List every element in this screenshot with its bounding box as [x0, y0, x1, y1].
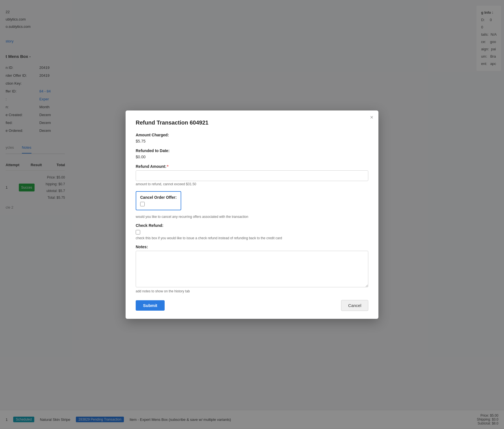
- cancel-offer-hint: would you like to cancel any recurring o…: [136, 215, 368, 219]
- check-refund-label: Check Refund:: [136, 223, 368, 228]
- refunded-to-date-label: Refunded to Date:: [136, 148, 368, 153]
- amount-charged-value: $5.75: [136, 139, 368, 143]
- cancel-button[interactable]: Cancel: [341, 300, 368, 311]
- check-refund-hint: check this box if you would like to issu…: [136, 236, 368, 240]
- notes-group: Notes: add notes to show on the history …: [136, 245, 368, 293]
- modal-container: × Refund Transaction 604921 Amount Charg…: [126, 110, 378, 319]
- cancel-order-offer-label: Cancel Order Offer:: [140, 195, 177, 200]
- refund-amount-input[interactable]: [136, 170, 368, 181]
- refund-amount-label: Refund Amount:*: [136, 164, 368, 169]
- required-star: *: [167, 164, 168, 169]
- notes-textarea[interactable]: [136, 251, 368, 287]
- cancel-offer-checkbox[interactable]: [140, 202, 145, 206]
- amount-charged-group: Amount Charged: $5.75: [136, 133, 368, 143]
- check-refund-checkbox-wrap: [136, 230, 368, 234]
- check-refund-group: Check Refund:: [136, 223, 368, 234]
- refund-amount-hint: amount to refund, cannot exceed $31.50: [136, 182, 368, 186]
- refunded-to-date-value: $0.00: [136, 155, 368, 159]
- modal-footer: Submit Cancel: [136, 300, 368, 311]
- submit-button[interactable]: Submit: [136, 300, 165, 311]
- modal-body: Refund Transaction 604921 Amount Charged…: [126, 110, 378, 319]
- check-refund-checkbox[interactable]: [136, 230, 140, 234]
- notes-hint: add notes to show on the history tab: [136, 289, 368, 293]
- refund-amount-group: Refund Amount:* amount to refund, cannot…: [136, 164, 368, 186]
- cancel-offer-checkbox-wrap: [140, 202, 177, 206]
- cancel-order-offer-box: Cancel Order Offer:: [136, 191, 181, 210]
- modal-overlay: × Refund Transaction 604921 Amount Charg…: [0, 0, 504, 429]
- refunded-to-date-group: Refunded to Date: $0.00: [136, 148, 368, 159]
- modal-close-button[interactable]: ×: [370, 114, 373, 120]
- notes-label: Notes:: [136, 245, 368, 249]
- modal-title: Refund Transaction 604921: [136, 119, 368, 126]
- amount-charged-label: Amount Charged:: [136, 133, 368, 137]
